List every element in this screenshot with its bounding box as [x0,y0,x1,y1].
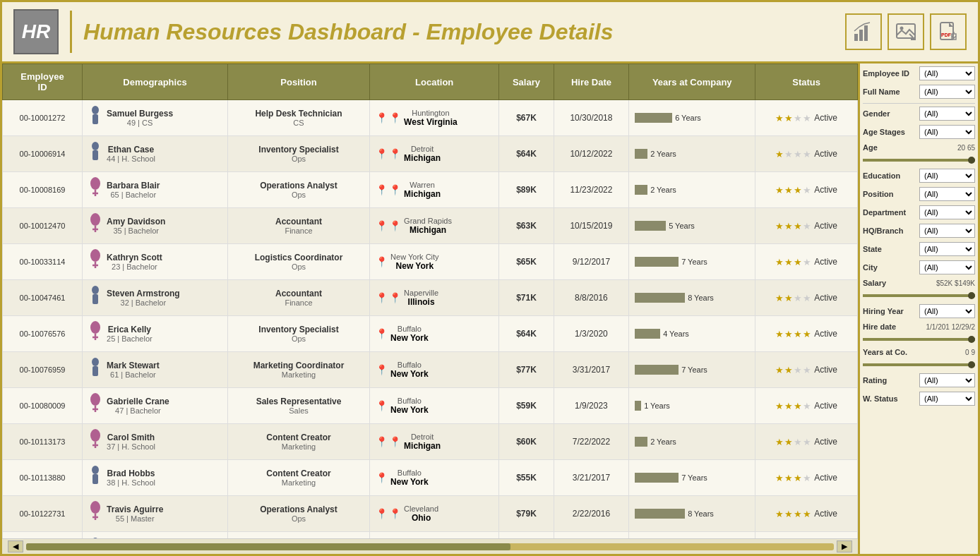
svg-point-37 [90,501,100,514]
star-4: ★ [803,509,811,519]
position-filter-select[interactable]: (All) [919,187,975,201]
cell-salary: $60K [499,424,554,460]
star-1: ★ [775,401,784,411]
employee-name: Ethan Case [107,145,155,155]
cell-emp-id: 00-10033114 [3,244,83,280]
cell-location: 📍📍 Warren Michigan [370,172,499,208]
map-pin-icon: 📍 [376,436,388,447]
cell-demographics: Travis Aguirre 55 | Master [83,496,228,532]
employee-demo-sub: 35 | Bachelor [107,226,165,235]
full-name-filter-label: Full Name [863,87,919,96]
cell-status: ★★★★ Active [755,352,858,388]
map-pin-icon: 📍 [376,364,388,375]
cell-location: 📍 Buffalo New York [370,316,499,352]
age-range-slider[interactable] [863,159,975,162]
star-2: ★ [784,437,793,447]
star-3: ★ [794,113,802,123]
hiring-year-filter-select[interactable]: (All) [919,304,975,318]
employee-demo-sub: 44 | H. School [107,155,155,163]
map-pin-icon-2: 📍 [389,292,401,303]
cell-hire-date: 10/30/2018 [554,100,628,136]
position-title: Inventory Specialist [234,325,364,334]
star-3: ★ [794,185,802,195]
image-icon-btn[interactable] [888,13,924,50]
years-label: 8 Years [688,509,714,518]
age-stages-filter-select[interactable]: (All) [919,125,975,139]
cell-emp-id: 00-10113880 [3,460,83,496]
star-3: ★ [794,473,802,483]
cell-position: Logistics Coordinator Ops [227,244,369,280]
years-range-values: 0 9 [965,349,975,356]
position-title: Inventory Specialist [234,145,364,155]
w-status-filter-select[interactable]: (All) [919,392,975,406]
hire-date-range-slider[interactable] [863,338,975,341]
location-pins: 📍 [376,256,388,267]
filter-hiring-year: Hiring Year (All) [863,304,975,318]
cell-years: 2 Years [629,424,755,460]
rating-filter-select[interactable]: (All) [919,373,975,387]
gender-filter-select[interactable]: (All) [919,107,975,121]
location-state: New York [390,261,438,271]
gender-icon [88,428,102,455]
department-filter-select[interactable]: (All) [919,205,975,219]
location-pins: 📍 [376,328,388,339]
cell-emp-id: 00-10113173 [3,424,83,460]
table-row: 00-10122731 Travis Aguirre 55 | Master O… [3,496,858,532]
star-1: ★ [775,473,784,483]
location-state: Michigan [404,441,441,451]
main-layout: EmployeeID Demographics Position Locatio… [0,64,980,556]
employee-demo-sub: 47 | Bachelor [107,406,169,415]
years-range-slider[interactable] [863,363,975,366]
col-location: Location [370,64,499,100]
status-badge: Active [814,149,837,159]
cell-hire-date: 3/21/2017 [554,460,628,496]
state-filter-select[interactable]: (All) [919,242,975,256]
full-name-filter-select[interactable]: (All) [919,85,975,99]
location-state: New York [390,333,429,343]
cell-status: ★★★★ Active [755,316,858,352]
scroll-right-btn[interactable]: ▶ [837,540,852,552]
map-pin-icon: 📍 [376,292,388,303]
location-state: Ohio [404,513,438,523]
employee-demo-sub: 23 | Bachelor [107,262,162,271]
cell-salary: $89K [499,172,554,208]
hq-branch-filter-select[interactable]: (All) [919,224,975,238]
cell-demographics: Steven Armstrong 32 | Bachelor [83,280,228,316]
salary-range-slider[interactable] [863,294,975,297]
map-pin-icon: 📍 [376,184,388,195]
position-dept: Ops [234,334,364,343]
location-state: New York [390,369,429,379]
star-3: ★ [794,329,802,339]
cell-years: 8 Years [629,496,755,532]
svg-rect-23 [92,294,98,304]
scroll-left-btn[interactable]: ◀ [8,540,23,552]
header: HR Human Resources Dashboard - Employee … [0,0,980,64]
svg-text:PDF: PDF [941,32,952,37]
city-filter-select[interactable]: (All) [919,260,975,274]
star-2: ★ [784,257,793,267]
cell-position: Marketing Coordinator Marketing [227,532,369,539]
employee-id-filter-select[interactable]: (All) [919,66,975,80]
cell-years: 7 Years [629,244,755,280]
cell-location: 📍📍 Detroit Michigan [370,424,499,460]
svg-rect-10 [92,114,98,124]
star-4: ★ [803,473,811,483]
employee-name: Samuel Burgess [107,109,173,119]
employee-name: Steven Armstrong [107,289,180,298]
map-pin-icon-2: 📍 [389,148,401,159]
years-label: 2 Years [650,437,676,446]
cell-emp-id: 00-10080009 [3,388,83,424]
table-scroll[interactable]: EmployeeID Demographics Position Locatio… [2,64,858,538]
gender-icon [88,500,102,527]
star-3: ★ [794,509,802,519]
star-4: ★ [803,149,811,159]
svg-line-5 [909,34,913,37]
gender-filter-label: Gender [863,109,919,118]
pdf-icon-btn[interactable]: PDF [930,13,967,50]
education-filter-select[interactable]: (All) [919,169,975,183]
svg-point-19 [90,249,100,262]
chart-icon-btn[interactable] [845,13,882,50]
position-title: Sales Representative [234,397,364,406]
years-bar [635,473,679,483]
location-city: Grand Rapids [404,217,452,225]
